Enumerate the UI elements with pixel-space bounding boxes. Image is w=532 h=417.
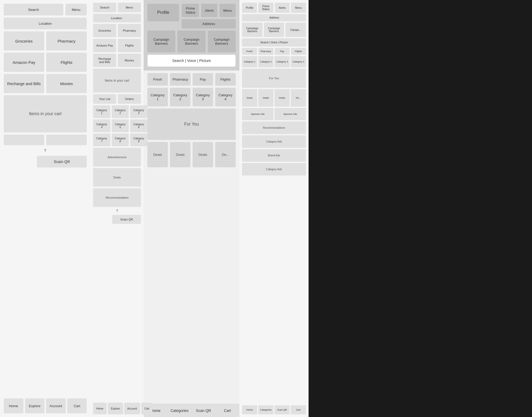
p2-question: ? [93, 208, 141, 213]
p3-campaign-3[interactable]: Campaign Banners [208, 31, 236, 52]
p3-cat-4[interactable]: Category 4 [215, 88, 236, 106]
p3-nav-cart[interactable]: Cart [215, 404, 239, 417]
movies-button[interactable]: Movies [46, 74, 87, 93]
p3-campaign-1[interactable]: Campaign Banners [147, 31, 175, 52]
phone-2: Search Menu Location Groceries Pharmacy … [90, 0, 144, 417]
p2-recommandation: Recommandation [93, 188, 141, 207]
p4-pay[interactable]: Pay [275, 48, 290, 55]
p3-cat-2[interactable]: Category 2 [170, 88, 190, 106]
p4-nav-home[interactable]: Home [242, 405, 257, 414]
p4-pharmacy[interactable]: Pharmacy [258, 48, 273, 55]
phone-1: Search Menu Location Groceries Pharmacy … [0, 0, 90, 417]
p2-cat-7[interactable]: Category 7 [93, 134, 110, 146]
p4-for-you: For You [242, 69, 306, 88]
p3-profile[interactable]: Profile [147, 4, 179, 21]
p4-deal-1[interactable]: Deals [242, 89, 257, 107]
p3-fresh[interactable]: Fresh [147, 73, 168, 86]
scam-qr-button[interactable]: Scam QR [37, 156, 87, 168]
p4-profile[interactable]: Profile [242, 3, 257, 13]
p2-flights[interactable]: Flights [118, 39, 141, 52]
p4-alerts[interactable]: Alerts [275, 3, 290, 13]
p2-movies[interactable]: Movies [118, 54, 141, 67]
p4-menu[interactable]: Menu [291, 3, 306, 13]
p2-cat-5[interactable]: Category 5 [112, 119, 129, 132]
p2-cat-3[interactable]: Category 3 [130, 105, 147, 118]
p4-search-bar[interactable]: Search | Voice | Picture [242, 38, 306, 47]
p2-cat-6[interactable]: Category 6 [130, 119, 147, 132]
p4-flights[interactable]: Flights [291, 48, 306, 55]
p3-cat-3[interactable]: Category 3 [193, 88, 213, 106]
p4-cat-1[interactable]: Category 1 [242, 56, 257, 67]
recharge-button[interactable]: Recharge and Bills [4, 74, 44, 93]
p4-deal-3[interactable]: Deals [275, 89, 290, 107]
p3-deal-1[interactable]: Deals [147, 142, 168, 167]
p3-flights[interactable]: Flights [215, 73, 236, 86]
p2-search[interactable]: Search [93, 3, 116, 12]
p3-alerts[interactable]: Alerts [201, 4, 217, 17]
p2-groceries[interactable]: Groceries [93, 24, 116, 37]
p3-menu[interactable]: Menu [219, 4, 236, 17]
p4-cat-4[interactable]: Category 4 [291, 56, 306, 67]
p2-pharmacy[interactable]: Pharmacy [118, 24, 141, 37]
p4-sponsor-1[interactable]: Sponsor Ads [242, 108, 273, 120]
p4-sponsor-2[interactable]: Sponsor Ads [275, 108, 306, 120]
p4-address[interactable]: Address [242, 14, 306, 21]
p4-cat-3[interactable]: Category 3 [275, 56, 290, 67]
p2-cat-2[interactable]: Category 2 [112, 105, 129, 118]
p4-nav-cart[interactable]: Cart [291, 405, 306, 414]
menu-button[interactable]: Menu [65, 4, 87, 15]
p2-nav-account[interactable]: Account [124, 403, 140, 414]
p2-cat-1[interactable]: Category 1 [93, 105, 110, 118]
p4-nav-scan-qr[interactable]: Scan QR [275, 405, 290, 414]
p4-campaign-2[interactable]: Campaign Banners [264, 23, 284, 37]
p2-cat-8[interactable]: Category 8 [112, 134, 129, 146]
p3-pay[interactable]: Pay [193, 73, 213, 86]
p2-nav-home[interactable]: Home [93, 403, 107, 414]
p4-campaign-1[interactable]: Campaign Banners [242, 23, 263, 37]
nav-cart[interactable]: Cart [67, 398, 87, 413]
p4-fresh[interactable]: Fresh [242, 48, 257, 55]
pharmacy-button[interactable]: Pharmacy [46, 31, 87, 51]
p3-address[interactable]: Address [182, 19, 236, 28]
p3-deal-2[interactable]: Deals [170, 142, 190, 167]
p2-location[interactable]: Location [93, 14, 141, 22]
p3-pharmacy[interactable]: Pharmacy [170, 73, 190, 86]
p2-cat-9[interactable]: Category 9 [130, 134, 147, 146]
flights-button[interactable]: Flights [46, 53, 87, 72]
p3-nav-categories[interactable]: Categories [168, 404, 192, 417]
p2-cat-4[interactable]: Category 4 [93, 119, 110, 132]
p4-nav-categories[interactable]: Categories [258, 405, 273, 414]
bottom-btn-1[interactable] [4, 135, 44, 145]
p4-deal-4[interactable]: De... [291, 89, 306, 107]
p2-your-list[interactable]: Your List [93, 94, 116, 104]
search-button[interactable]: Search [4, 4, 63, 15]
p2-nav-explore[interactable]: Explore [108, 403, 123, 414]
groceries-button[interactable]: Groceries [4, 31, 44, 51]
p4-category-ads-1: Category Ads [242, 135, 306, 148]
p3-nav-scan-qr[interactable]: Scan QR [192, 404, 215, 417]
p4-campaign-3[interactable]: Campa... [285, 23, 306, 37]
p2-menu[interactable]: Menu [118, 3, 141, 12]
bottom-btn-2[interactable] [46, 135, 87, 145]
cart-section: Items in your cart [4, 95, 87, 132]
p4-prime-status[interactable]: Prime Status [258, 3, 273, 13]
p3-deal-4[interactable]: De... [215, 142, 236, 167]
amazon-pay-button[interactable]: Amazon Pay [4, 53, 44, 72]
p2-scam-qr[interactable]: Scam QR [112, 215, 141, 224]
p2-nav-cart[interactable]: Cart [141, 403, 153, 414]
p2-recharge[interactable]: Recharge and Bills [93, 54, 116, 67]
p3-deal-3[interactable]: Deals [193, 142, 213, 167]
p3-prime-status[interactable]: Prime Status [182, 4, 199, 17]
p4-recommandations: Recommandations [242, 122, 306, 134]
location-button[interactable]: Location [4, 18, 87, 29]
p3-campaign-2[interactable]: Campaign Banners [177, 31, 205, 52]
nav-home[interactable]: Home [4, 398, 23, 413]
p2-orders[interactable]: Orders [118, 94, 141, 104]
p4-cat-2[interactable]: Category 2 [258, 56, 273, 67]
nav-account[interactable]: Account [46, 398, 66, 413]
p2-amazon-pay[interactable]: Amazon Pay [93, 39, 116, 52]
p3-cat-1[interactable]: Category 1 [147, 88, 168, 106]
p3-search-bar[interactable]: Search | Voice | Picture [147, 55, 236, 67]
p4-deal-2[interactable]: Deals [258, 89, 273, 107]
nav-explore[interactable]: Explore [25, 398, 45, 413]
